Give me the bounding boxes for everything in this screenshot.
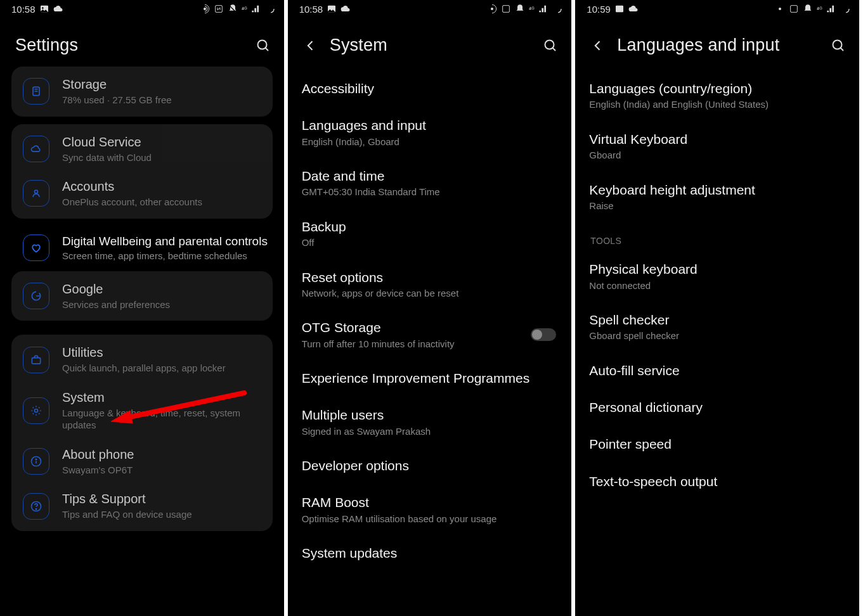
users-title: Multiple users bbox=[302, 407, 557, 423]
status-bar: 10:59 ⁴ᴳ bbox=[575, 0, 859, 16]
storage-title: Storage bbox=[62, 77, 261, 93]
system-row[interactable]: System Language & keyboard, time, reset,… bbox=[11, 382, 273, 439]
cloud-icon bbox=[23, 136, 49, 162]
storage-row[interactable]: Storage 78% used · 27.55 GB free bbox=[11, 69, 273, 114]
backup-sub: Off bbox=[302, 236, 557, 249]
languages-input-row[interactable]: Languages and input English (India), Gbo… bbox=[288, 107, 572, 158]
physical-keyboard-row[interactable]: Physical keyboard Not connected bbox=[575, 251, 859, 302]
pointer-speed-row[interactable]: Pointer speed bbox=[575, 426, 859, 463]
search-button[interactable] bbox=[254, 36, 273, 55]
virtual-keyboard-title: Virtual Keyboard bbox=[589, 131, 844, 148]
svg-rect-30 bbox=[791, 6, 798, 13]
mute-icon bbox=[803, 4, 813, 14]
volte-icon: ⁴ᴳ bbox=[242, 6, 247, 13]
spell-checker-sub: Gboard spell checker bbox=[589, 330, 844, 342]
users-sub: Signed in as Swayam Prakash bbox=[302, 425, 557, 438]
hotspot-icon bbox=[775, 4, 785, 14]
pointer-speed-title: Pointer speed bbox=[589, 436, 844, 452]
search-button[interactable] bbox=[829, 36, 848, 55]
tips-row[interactable]: Tips & Support Tips and FAQ on device us… bbox=[11, 484, 273, 529]
languages-sub: English (India), Gboard bbox=[302, 136, 557, 148]
utilities-row[interactable]: Utilities Quick launch, parallel apps, a… bbox=[11, 337, 273, 382]
accounts-row[interactable]: Accounts OnePlus account, other accounts bbox=[11, 171, 273, 216]
utilities-title: Utilities bbox=[62, 345, 261, 361]
loading-icon bbox=[265, 4, 275, 14]
svg-rect-22 bbox=[503, 6, 510, 13]
spell-checker-row[interactable]: Spell checker Gboard spell checker bbox=[575, 302, 859, 352]
volte-icon: ⁴ᴳ bbox=[529, 6, 535, 13]
eip-row[interactable]: Experience Improvement Programmes bbox=[288, 360, 572, 397]
datetime-title: Date and time bbox=[302, 168, 557, 184]
svg-point-15 bbox=[36, 459, 36, 459]
svg-rect-11 bbox=[32, 357, 40, 363]
tts-title: Text-to-speech output bbox=[589, 473, 844, 490]
back-button[interactable] bbox=[303, 38, 318, 53]
accessibility-row[interactable]: Accessibility bbox=[288, 70, 572, 107]
search-button[interactable] bbox=[541, 36, 560, 55]
svg-line-6 bbox=[265, 48, 268, 51]
heart-icon bbox=[23, 234, 49, 261]
system-title: System bbox=[62, 390, 261, 406]
reset-row[interactable]: Reset options Network, apps or device ca… bbox=[288, 259, 572, 310]
physical-keyboard-title: Physical keyboard bbox=[589, 261, 844, 278]
cloud-row[interactable]: Cloud Service Sync data with Cloud bbox=[11, 127, 273, 172]
google-icon bbox=[23, 283, 49, 309]
svg-point-10 bbox=[35, 190, 38, 193]
mute-icon bbox=[228, 4, 238, 14]
dev-row[interactable]: Developer options bbox=[288, 447, 572, 484]
system-card: Utilities Quick launch, parallel apps, a… bbox=[11, 335, 273, 531]
virtual-keyboard-row[interactable]: Virtual Keyboard Gboard bbox=[575, 121, 859, 172]
svg-point-24 bbox=[545, 40, 554, 49]
mute-icon bbox=[515, 4, 525, 14]
keyboard-height-title: Keyboard height adjustment bbox=[589, 182, 844, 198]
dev-title: Developer options bbox=[302, 458, 557, 474]
wellbeing-row[interactable]: Digital Wellbeing and parental controls … bbox=[0, 226, 284, 270]
languages-title: Languages and input bbox=[302, 117, 557, 134]
sysup-row[interactable]: System updates bbox=[288, 535, 572, 572]
about-row[interactable]: About phone Swayam's OP6T bbox=[11, 439, 273, 484]
backup-title: Backup bbox=[302, 219, 557, 235]
ram-sub: Optimise RAM utilisation based on your u… bbox=[302, 513, 557, 525]
hotspot-icon bbox=[487, 4, 497, 14]
svg-point-31 bbox=[841, 5, 849, 13]
storage-card: Storage 78% used · 27.55 GB free bbox=[11, 67, 273, 117]
ram-title: RAM Boost bbox=[302, 494, 557, 511]
page-title: Settings bbox=[15, 35, 254, 55]
accounts-card: Cloud Service Sync data with Cloud Accou… bbox=[11, 124, 273, 219]
back-button[interactable] bbox=[590, 38, 606, 53]
svg-point-32 bbox=[833, 40, 842, 49]
storage-sub: 78% used · 27.55 GB free bbox=[62, 94, 261, 106]
keyboard-height-row[interactable]: Keyboard height adjustment Raise bbox=[575, 172, 859, 222]
ram-row[interactable]: RAM Boost Optimise RAM utilisation based… bbox=[288, 484, 572, 535]
spell-checker-title: Spell checker bbox=[589, 312, 844, 328]
otg-title: OTG Storage bbox=[302, 319, 531, 336]
settings-screen: 10:58 ⁴ᴳ Settings Storage 78% used · 27.… bbox=[0, 0, 288, 616]
keyboard-height-sub: Raise bbox=[589, 200, 844, 212]
tts-row[interactable]: Text-to-speech output bbox=[575, 463, 859, 500]
google-row[interactable]: Google Services and preferences bbox=[11, 274, 273, 319]
cloud-icon bbox=[53, 4, 63, 14]
otg-toggle[interactable] bbox=[531, 328, 556, 341]
briefcase-icon bbox=[23, 347, 49, 373]
settings-header: Settings bbox=[0, 16, 284, 70]
languages-region-row[interactable]: Languages (country/region) English (Indi… bbox=[575, 70, 859, 121]
about-title: About phone bbox=[62, 447, 261, 463]
cloud-title: Cloud Service bbox=[62, 134, 261, 150]
otg-row[interactable]: OTG Storage Turn off after 10 minutes of… bbox=[288, 309, 572, 360]
hotspot-icon bbox=[200, 4, 210, 14]
nfc-icon bbox=[789, 4, 799, 14]
backup-row[interactable]: Backup Off bbox=[288, 209, 572, 259]
reset-title: Reset options bbox=[302, 269, 557, 286]
volte-icon: ⁴ᴳ bbox=[817, 6, 822, 13]
nfc-icon bbox=[214, 4, 224, 14]
personal-dictionary-row[interactable]: Personal dictionary bbox=[575, 389, 859, 426]
tips-title: Tips & Support bbox=[62, 491, 261, 507]
languages-region-title: Languages (country/region) bbox=[589, 80, 844, 97]
datetime-row[interactable]: Date and time GMT+05:30 India Standard T… bbox=[288, 158, 572, 209]
cloud-icon bbox=[628, 4, 639, 14]
accessibility-title: Accessibility bbox=[302, 80, 557, 97]
users-row[interactable]: Multiple users Signed in as Swayam Praka… bbox=[288, 397, 572, 447]
cloud-icon bbox=[341, 4, 351, 14]
autofill-row[interactable]: Auto-fill service bbox=[575, 352, 859, 389]
image-icon bbox=[614, 4, 625, 14]
